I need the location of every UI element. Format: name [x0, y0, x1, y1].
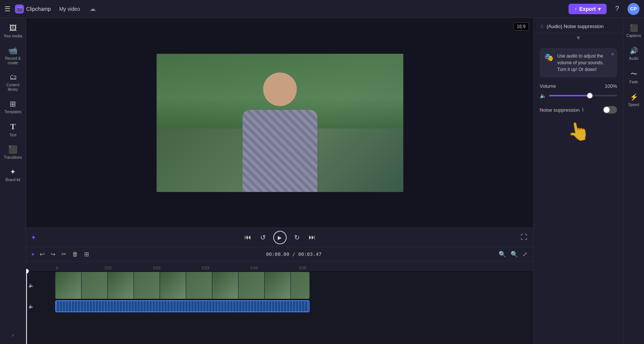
captions-label: Captions	[626, 34, 641, 38]
sidebar-item-text[interactable]: T Text	[1, 119, 25, 140]
transitions-icon: ⬛	[8, 145, 18, 154]
topbar: ☰ 🎬 Clipchamp My video ☁ ↑ Export ▾ ? CP	[0, 0, 644, 18]
right-panel-title: (Audio) Noise suppression	[547, 24, 604, 29]
sidebar-item-label: Your media	[3, 34, 22, 38]
sidebar-item-label: Record &create	[5, 56, 21, 65]
center-area: 16:9 ✦ ⏮ ↺ ▶ ↻ ⏭	[26, 18, 533, 344]
thumb-segment-9	[265, 272, 291, 299]
app-title: Clipchamp	[26, 6, 51, 12]
aspect-ratio-badge[interactable]: 16:9	[514, 22, 529, 31]
your-media-icon: 🖼	[9, 24, 17, 32]
skip-forward-button[interactable]: ⏭	[307, 232, 317, 243]
volume-slider-thumb[interactable]	[587, 93, 592, 98]
tab-speed[interactable]: ⚡ Speed	[625, 90, 643, 110]
thumb-segment-7	[212, 272, 238, 299]
volume-row: Volume 100%	[540, 83, 617, 89]
skip-back-button[interactable]: ⏮	[243, 232, 253, 243]
ctrl-left-group: ✦	[31, 233, 36, 242]
volume-slider-row: 🔈	[540, 93, 617, 99]
timeline-time-display: 00:00.00 / 00:03.47	[93, 251, 494, 257]
timeline-zoom-controls: 🔍 🔍 ⤢	[497, 250, 529, 258]
video-track[interactable]	[55, 272, 309, 299]
sidebar-item-transitions[interactable]: ⬛ Transitions	[1, 142, 25, 163]
save-button[interactable]: ⊞	[83, 250, 90, 258]
fullscreen-button[interactable]: ⛶	[519, 232, 529, 243]
volume-slider[interactable]	[549, 95, 617, 96]
record-create-icon: 📹	[8, 46, 18, 55]
sidebar-item-content-library[interactable]: 🗂 Contentlibrary	[1, 70, 25, 95]
audio-track-row: 🔈	[55, 300, 533, 312]
noise-suppression-label: Noise suppression	[540, 107, 580, 113]
right-panel-content: 🎭 Use audio to adjust the volume of your…	[534, 43, 623, 344]
audio-track[interactable]	[55, 300, 309, 312]
play-button[interactable]: ▶	[273, 231, 287, 244]
noise-info-icon[interactable]: ℹ	[582, 107, 584, 112]
help-button[interactable]: ?	[611, 3, 623, 15]
panel-collapse-button[interactable]: ▼	[534, 33, 623, 43]
ruler-mark-0: 0	[56, 266, 58, 270]
sidebar-item-label: Templates	[4, 110, 22, 114]
thumb-segment-1	[55, 272, 81, 299]
sidebar-item-label: Text	[9, 133, 16, 137]
noise-suppression-row: Noise suppression ℹ	[540, 106, 617, 114]
fade-icon: 〜	[631, 69, 637, 78]
ruler-mark-4min: 0:04	[250, 266, 258, 270]
fast-forward-button[interactable]: ↻	[293, 232, 301, 243]
user-avatar[interactable]: CP	[628, 3, 640, 15]
sidebar-item-your-media[interactable]: 🖼 Your media	[1, 21, 25, 41]
app-logo: 🎬 Clipchamp	[15, 4, 51, 13]
captions-icon: ⬛	[630, 24, 638, 32]
export-chevron-icon: ▾	[598, 6, 601, 12]
audio-track-label: 🔈	[28, 304, 34, 309]
cloud-save-icon: ☁	[90, 5, 96, 12]
export-button[interactable]: ↑ Export ▾	[568, 4, 607, 14]
noise-suppression-toggle[interactable]	[603, 106, 617, 114]
fit-button[interactable]: ⤢	[521, 250, 529, 258]
thumb-segment-10	[291, 272, 309, 299]
tip-close-button[interactable]: ×	[611, 51, 614, 57]
right-panel-header: ♫ (Audio) Noise suppression	[534, 18, 623, 33]
thumb-segment-4	[134, 272, 160, 299]
sidebar-item-label: Transitions	[4, 155, 22, 160]
ruler-mark-1min: 0:01	[105, 266, 112, 270]
timeline-magic-icon: ✦	[31, 251, 35, 257]
logo-icon: 🎬	[15, 4, 24, 13]
zoom-out-button[interactable]: 🔍	[497, 250, 508, 258]
preview-area: 16:9	[26, 18, 533, 227]
timeline-toolbar: ✦ ↩ ↪ ✂ 🗑 ⊞ 00:00.00 / 00:03.47 🔍 🔍 ⤢	[26, 247, 533, 261]
sidebar-item-record-create[interactable]: 📹 Record &create	[1, 43, 25, 68]
video-track-label: 🔈	[28, 283, 34, 288]
sidebar-item-brand-kit[interactable]: ✦ Brand kit	[1, 164, 25, 185]
tab-captions[interactable]: ⬛ Captions	[625, 21, 643, 41]
cut-button[interactable]: ✂	[60, 250, 68, 258]
sidebar-item-templates[interactable]: ⊞ Templates	[1, 96, 25, 117]
sidebar-item-label: Brand kit	[6, 178, 20, 182]
tab-audio[interactable]: 🔊 Audio	[625, 44, 643, 63]
redo-button[interactable]: ↪	[49, 250, 57, 258]
timeline-ruler: 0 0:01 0:02 0:03 0:04 0:05	[26, 261, 533, 270]
sidebar-expand-button[interactable]: ›	[12, 332, 14, 338]
person-figure	[228, 65, 332, 192]
tab-fade[interactable]: 〜 Fade	[625, 66, 643, 87]
menu-icon[interactable]: ☰	[4, 5, 10, 13]
volume-value: 100%	[605, 83, 617, 89]
delete-button[interactable]: 🗑	[71, 250, 80, 258]
fade-label: Fade	[629, 80, 638, 84]
rewind-button[interactable]: ↺	[259, 232, 267, 243]
magic-wand-icon[interactable]: ✦	[31, 233, 36, 242]
sidebar-item-label: Contentlibrary	[6, 83, 19, 92]
hand-cursor-icon: 👆	[566, 119, 591, 144]
ruler-mark-3min: 0:03	[202, 266, 209, 270]
thumb-segment-6	[186, 272, 212, 299]
thumb-segment-2	[81, 272, 108, 299]
speed-icon: ⚡	[630, 93, 638, 101]
playhead[interactable]	[26, 270, 27, 344]
far-right-tabs: ⬛ Captions 🔊 Audio 〜 Fade ⚡ Speed	[623, 18, 644, 344]
playback-controls: ✦ ⏮ ↺ ▶ ↻ ⏭ ⛶	[26, 227, 533, 247]
project-name[interactable]: My video	[55, 4, 84, 13]
playhead-head	[26, 269, 29, 273]
volume-slider-fill	[549, 95, 590, 96]
zoom-in-button[interactable]: 🔍	[509, 250, 520, 258]
thumb-segment-8	[238, 272, 265, 299]
undo-button[interactable]: ↩	[38, 250, 46, 258]
